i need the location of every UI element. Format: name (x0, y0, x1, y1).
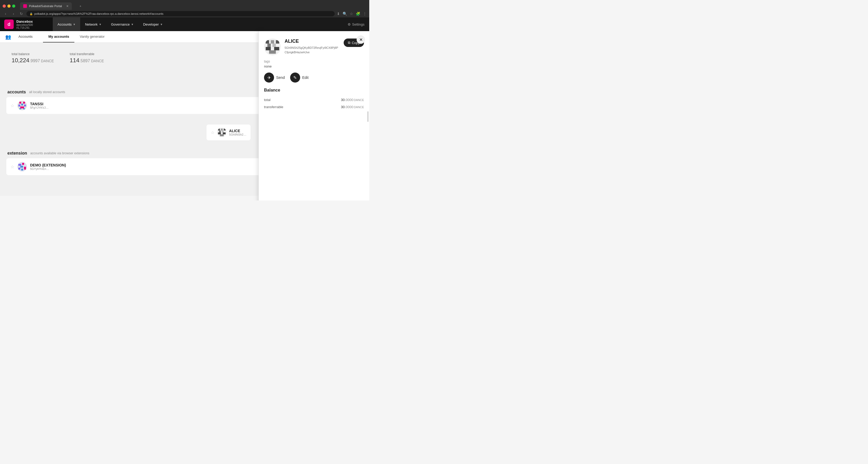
svg-rect-6 (20, 106, 24, 109)
svg-rect-2 (23, 102, 25, 104)
balance-row-transferrable: transferrable 30.0000DANCE (264, 103, 364, 111)
accounts-caret-icon: ▼ (73, 23, 75, 26)
total-transferrable-stat: total transferrable 114.5897DANCE (70, 52, 104, 64)
accounts-section-title: accounts (7, 90, 26, 94)
refresh-button[interactable]: ↻ (19, 11, 24, 16)
tags-label: tags (264, 60, 364, 63)
svg-rect-32 (274, 47, 279, 51)
fullscreen-traffic-light[interactable] (12, 4, 15, 8)
alice-info: ALICE 5Gh9NSh2… (229, 129, 246, 136)
total-balance-stat: total balance 10,224.9997DANCE (11, 52, 54, 64)
svg-rect-16 (223, 132, 225, 134)
svg-rect-10 (218, 129, 220, 131)
extension-section-title: extension (7, 151, 27, 156)
svg-rect-15 (218, 132, 221, 134)
subnav-accounts-label[interactable]: Accounts (13, 35, 38, 39)
balance-transferrable-label: transferrable (264, 105, 283, 109)
minimize-traffic-light[interactable] (7, 4, 10, 8)
svg-rect-1 (19, 102, 21, 104)
browser-tab[interactable]: Polkadot/Substrate Portal ✕ (20, 2, 72, 10)
close-traffic-light[interactable] (3, 4, 6, 8)
browser-actions: ⬇ 🔍 ☆ 🧩 ⋮ (337, 11, 367, 16)
nav-governance[interactable]: Governance ▼ (106, 18, 138, 31)
browser-chrome: Polkadot/Substrate Portal ✕ + (0, 0, 369, 10)
svg-rect-23 (24, 167, 26, 169)
total-balance-value: 10,224.9997DANCE (11, 57, 54, 64)
extension-section-subtitle: accounts available via browser extension… (30, 151, 89, 155)
nav-accounts[interactable]: Accounts ▼ (53, 18, 80, 31)
account-name: TANSSI (30, 102, 261, 106)
app-header: d Dancebox dancebox/500 #1,719,291 Accou… (0, 18, 369, 31)
balance-total-value: 30.0000DANCE (341, 98, 364, 102)
panel-avatar (264, 38, 281, 55)
forward-button[interactable]: › (10, 11, 17, 16)
accounts-group-icon: 👥 (5, 34, 11, 40)
svg-rect-12 (224, 129, 225, 131)
download-icon[interactable]: ⬇ (337, 11, 340, 16)
svg-rect-5 (24, 104, 26, 106)
tab-vanity-generator[interactable]: Vanity generator (74, 31, 110, 42)
extensions-icon[interactable]: 🧩 (356, 11, 360, 16)
balance-total-label: total (264, 98, 271, 102)
extension-avatar (18, 162, 27, 172)
alice-favorite-button[interactable]: ☆ (211, 130, 214, 135)
svg-rect-21 (20, 166, 23, 167)
balance-transferrable-value: 30.0000DANCE (341, 105, 364, 109)
svg-rect-11 (221, 129, 223, 131)
panel-identity: ALICE 5Gh9NSh25gQKyBD72RevjFyi9CX8Pj8PCf… (264, 38, 364, 55)
svg-rect-13 (219, 131, 221, 132)
tab-close-icon[interactable]: ✕ (66, 4, 69, 8)
alice-name: ALICE (229, 129, 246, 133)
app-logo: d (4, 20, 14, 29)
extension-account-address: 5GYyHYvEn… (30, 167, 271, 171)
svg-rect-3 (21, 104, 23, 105)
bookmark-icon[interactable]: ☆ (350, 11, 353, 16)
lock-icon: 🔒 (30, 12, 33, 15)
svg-rect-31 (266, 47, 271, 51)
menu-icon[interactable]: ⋮ (363, 11, 367, 16)
favorite-button[interactable]: ☆ (10, 103, 14, 108)
svg-rect-19 (19, 164, 21, 166)
panel-account-address: 5Gh9NSh25gQKyBD72RevjFyi9CX8Pj8PCfprigkB… (285, 45, 340, 54)
settings-nav[interactable]: ⚙ Settings (343, 18, 369, 31)
account-address: 5FgYJYKVJ… (30, 106, 261, 109)
new-tab-button[interactable]: + (76, 2, 84, 10)
tab-my-accounts[interactable]: My accounts (43, 31, 74, 42)
accounts-section-subtitle: all locally stored accounts (29, 90, 65, 94)
svg-rect-28 (276, 40, 279, 43)
balance-row-total: total 30.0000DANCE (264, 96, 364, 103)
panel-send-icon: ✈ (264, 72, 274, 83)
panel-send-button[interactable]: ✈ Send (264, 72, 285, 83)
account-info: TANSSI 5FgYJYKVJ… (30, 102, 261, 109)
sub-nav-logo: 👥 Accounts (5, 34, 38, 40)
address-bar-row: ‹ › ↻ 🔒 polkadot.js.org/apps/?rpc=wss%3A… (0, 10, 369, 18)
address-bar[interactable]: 🔒 polkadot.js.org/apps/?rpc=wss%3A%2F%2F… (26, 11, 335, 17)
scroll-handle[interactable] (367, 111, 368, 122)
logo-section: d Dancebox dancebox/500 #1,719,291 (0, 18, 53, 31)
svg-rect-24 (21, 168, 23, 171)
gear-icon: ⚙ (348, 23, 351, 26)
svg-rect-20 (22, 163, 24, 165)
main-content: total balance 10,224.9997DANCE total tra… (0, 43, 369, 196)
panel-actions: ✈ Send ✎ Edit (264, 72, 364, 83)
tags-value: none (264, 64, 364, 68)
svg-rect-4 (19, 104, 20, 106)
nav-network[interactable]: Network ▼ (80, 18, 106, 31)
nav-developer[interactable]: Developer ▼ (138, 18, 167, 31)
panel-close-button[interactable]: ✕ (356, 35, 365, 44)
total-transferrable-value: 114.5897DANCE (70, 57, 104, 64)
extension-favorite-button[interactable]: ☆ (10, 164, 14, 169)
panel-edit-button[interactable]: ✎ Edit (290, 72, 309, 83)
tags-section: tags none (264, 60, 364, 68)
developer-caret-icon: ▼ (160, 23, 163, 26)
address-url: polkadot.js.org/apps/?rpc=wss%3A%2F%2Fra… (34, 12, 163, 15)
traffic-lights (3, 4, 15, 8)
back-button[interactable]: ‹ (3, 11, 8, 16)
network-caret-icon: ▼ (99, 23, 101, 26)
avatar (18, 101, 27, 110)
total-balance-label: total balance (11, 52, 54, 56)
chain-name: dancebox/500 (17, 24, 33, 26)
svg-rect-27 (271, 40, 274, 43)
alice-avatar (217, 128, 226, 137)
search-icon[interactable]: 🔍 (343, 11, 347, 16)
